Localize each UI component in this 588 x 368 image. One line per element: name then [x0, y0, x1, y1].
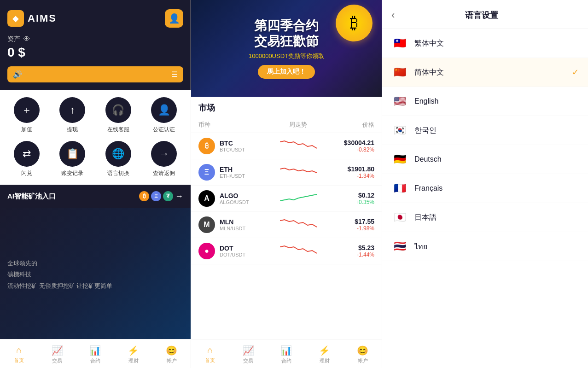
- right-panel: ‹ 语言设置 🇹🇼 繁体中文 🇨🇳 简体中文 ✓ 🇺🇸 English 🇰🇷 한…: [382, 0, 588, 368]
- mid-panel: 第四季合约 交易狂歡節 1000000USDT奖励等你领取 馬上加入吧！ ₿ 市…: [191, 0, 382, 368]
- exchange-label: 闪兑: [21, 169, 32, 177]
- lang-item-zh-tw[interactable]: 🇹🇼 繁体中文: [382, 29, 588, 58]
- language-list: 🇹🇼 繁体中文 🇨🇳 简体中文 ✓ 🇺🇸 English 🇰🇷 한국인 🇩🇪 D…: [382, 29, 588, 368]
- coin-cell-ETH: Ξ ETH ETH/USDT: [191, 159, 268, 186]
- nav-home[interactable]: ⌂ 首页: [0, 343, 38, 366]
- coin-pair-ALGO: ALGO/USDT: [220, 199, 249, 205]
- action-exchange[interactable]: ⇄ 闪兑: [7, 141, 46, 177]
- promo-text: 全球领先的 礦機科技 流动性挖矿 无偿质押挖矿 让挖矿更简单: [7, 257, 112, 290]
- lang-item-fr[interactable]: 🇫🇷 Français: [382, 174, 588, 203]
- list-icon[interactable]: ☰: [171, 70, 178, 79]
- table-row[interactable]: ₿ BTC BTC/USDT $30004.21 -0.82%: [191, 133, 382, 159]
- language-settings-header: ‹ 语言设置: [382, 0, 588, 29]
- lang-item-en[interactable]: 🇺🇸 English: [382, 87, 588, 116]
- nav-contract[interactable]: 📊 合约: [76, 343, 115, 366]
- finance-icon: ⚡: [128, 345, 139, 356]
- sparkline-cell-DOT: [268, 238, 329, 264]
- mid-nav-contract[interactable]: 📊 合约: [268, 343, 306, 366]
- nav-trade-label: 交易: [52, 357, 62, 364]
- support-label: 在线客服: [107, 126, 129, 134]
- lang-item-zh-cn[interactable]: 🇨🇳 简体中文 ✓: [382, 58, 588, 87]
- app-title: AIMS: [28, 12, 57, 24]
- join-button[interactable]: 馬上加入吧！: [258, 65, 315, 79]
- fr-flag: 🇫🇷: [391, 182, 408, 194]
- left-bottom-nav: ⌂ 首页 📈 交易 📊 合约 ⚡ 理财 😊 帐户: [0, 339, 191, 368]
- promo-subtitle: 1000000USDT奖励等你领取: [249, 52, 324, 60]
- history-icon: 📋: [59, 141, 85, 167]
- de-name: Deutsch: [414, 155, 579, 164]
- coin-cell-ALGO: A ALGO ALGO/USDT: [191, 186, 268, 212]
- price-change-MLN: -1.98%: [336, 225, 374, 232]
- coin-name-MLN: MLN: [220, 218, 245, 226]
- action-complaint[interactable]: → 查请返佣: [145, 141, 184, 177]
- price-value-BTC: $30004.21: [336, 139, 374, 146]
- nav-contract-label: 合约: [90, 357, 100, 364]
- mid-nav-trade[interactable]: 📈 交易: [229, 343, 268, 366]
- deposit-icon: ＋: [14, 97, 40, 123]
- left-header: ◆ AIMS 👤 资产 👁 0 $ 🔊 ☰: [0, 0, 191, 90]
- mid-nav-home[interactable]: ⌂ 首页: [191, 343, 229, 366]
- table-row[interactable]: M MLN MLN/USDT $17.55 -1.98%: [191, 212, 382, 238]
- announcement-bar: 🔊 ☰: [7, 66, 183, 82]
- action-verify[interactable]: 👤 公证认证: [145, 97, 184, 134]
- lang-item-ko[interactable]: 🇰🇷 한국인: [382, 116, 588, 145]
- lang-item-ja[interactable]: 🇯🇵 日本語: [382, 203, 588, 232]
- history-label: 账变记录: [61, 169, 83, 177]
- en-name: English: [414, 97, 579, 105]
- table-row[interactable]: ● DOT DOT/USDT $5.23 -1.44%: [191, 238, 382, 264]
- action-history[interactable]: 📋 账变记录: [53, 141, 92, 177]
- eth-badge: Ξ: [151, 191, 161, 201]
- coin-pair-DOT: DOT/USDT: [220, 252, 245, 257]
- zh-tw-flag: 🇹🇼: [391, 37, 408, 49]
- promo-headline: 第四季合约 交易狂歡節: [249, 18, 324, 49]
- account-icon: 😊: [166, 345, 177, 356]
- verify-icon: 👤: [151, 97, 177, 123]
- price-value-DOT: $5.23: [336, 244, 374, 251]
- nav-account[interactable]: 😊 帐户: [152, 343, 191, 366]
- mid-nav-finance[interactable]: ⚡ 理财: [305, 343, 343, 366]
- mid-nav-account[interactable]: 😊 帐户: [343, 343, 382, 366]
- algo-logo: A: [198, 190, 215, 207]
- mid-finance-icon: ⚡: [319, 345, 330, 356]
- mid-nav-trade-label: 交易: [243, 357, 253, 364]
- market-section: 市场 币种 周走势 价格 ₿ BTC BTC/USDT: [191, 97, 382, 339]
- coin-pair-BTC: BTC/USDT: [220, 147, 245, 152]
- lang-item-th[interactable]: 🇹🇭 ไทย: [382, 232, 588, 261]
- withdraw-icon: ↑: [59, 97, 85, 123]
- nav-home-label: 首页: [14, 357, 24, 364]
- nav-trade[interactable]: 📈 交易: [38, 343, 76, 366]
- price-cell-ALGO: $0.12 +0.35%: [328, 186, 382, 212]
- ko-name: 한국인: [414, 126, 579, 135]
- coin-cell-MLN: M MLN MLN/USDT: [191, 212, 268, 238]
- back-button[interactable]: ‹: [391, 9, 395, 21]
- table-header-row: 币种 周走势 价格: [191, 117, 382, 133]
- action-deposit[interactable]: ＋ 加值: [7, 97, 46, 134]
- speaker-icon: 🔊: [13, 70, 22, 79]
- announcement-left: 🔊: [13, 70, 22, 79]
- nav-account-label: 帐户: [167, 357, 177, 364]
- ko-flag: 🇰🇷: [391, 124, 408, 136]
- mid-nav-finance-label: 理财: [320, 357, 330, 364]
- logo-icon: ◆: [7, 10, 24, 27]
- de-flag: 🇩🇪: [391, 153, 408, 165]
- table-row[interactable]: Ξ ETH ETH/USDT $1901.80 -1.34%: [191, 159, 382, 186]
- left-panel: ◆ AIMS 👤 资产 👁 0 $ 🔊 ☰ ＋ 加值 ↑ 提现 🎧 在: [0, 0, 191, 368]
- promo-subtext: 流动性挖矿 无偿质押挖矿 让挖矿更简单: [7, 282, 112, 290]
- mid-home-icon: ⌂: [207, 345, 213, 356]
- mining-pool-banner[interactable]: AI智能矿池入口 ₿ Ξ ₮ →: [0, 185, 191, 208]
- avatar-button[interactable]: 👤: [165, 9, 183, 28]
- lang-item-de[interactable]: 🇩🇪 Deutsch: [382, 145, 588, 174]
- logo-row: ◆ AIMS 👤: [7, 9, 183, 28]
- eye-icon[interactable]: 👁: [23, 35, 30, 43]
- nav-finance-label: 理财: [128, 357, 139, 364]
- action-language[interactable]: 🌐 语言切换: [99, 141, 138, 177]
- mining-pool-title: AI智能矿池入口: [7, 192, 56, 201]
- zh-cn-check-icon: ✓: [572, 67, 579, 77]
- nav-finance[interactable]: ⚡ 理财: [114, 343, 152, 366]
- table-row[interactable]: A ALGO ALGO/USDT $0.12 +0.35%: [191, 186, 382, 212]
- support-icon: 🎧: [105, 97, 131, 123]
- price-value-ETH: $1901.80: [336, 165, 374, 173]
- zh-cn-name: 简体中文: [414, 68, 565, 77]
- action-withdraw[interactable]: ↑ 提现: [53, 97, 92, 134]
- action-support[interactable]: 🎧 在线客服: [99, 97, 138, 134]
